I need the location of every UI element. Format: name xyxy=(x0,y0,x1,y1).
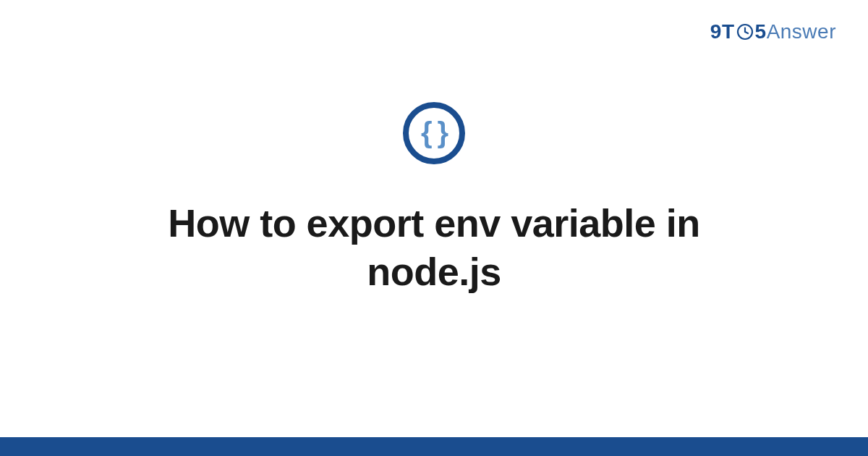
main-content: { } How to export env variable in node.j… xyxy=(0,0,868,456)
footer-accent-bar xyxy=(0,437,868,456)
code-braces-icon: { } xyxy=(421,117,447,149)
category-badge: { } xyxy=(403,102,465,164)
page-title: How to export env variable in node.js xyxy=(109,199,760,297)
